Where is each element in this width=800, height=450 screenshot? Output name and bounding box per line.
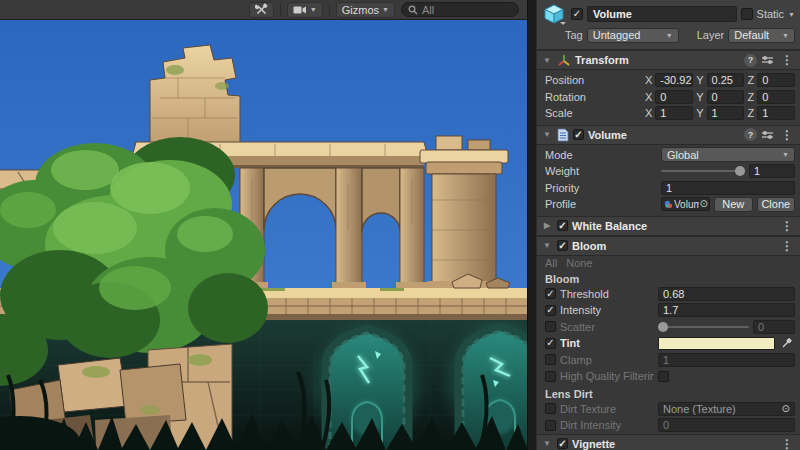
volume-enabled-checkbox[interactable]: ✓ <box>573 129 584 140</box>
threshold-field[interactable]: 0.68 <box>658 287 795 301</box>
toolbar-separator <box>329 3 330 17</box>
static-label: Static <box>757 8 785 20</box>
more-menu-icon[interactable]: ⋮ <box>778 53 796 67</box>
object-picker-icon[interactable]: ⊙ <box>700 199 708 209</box>
foldout-icon[interactable]: ▶ <box>541 221 553 230</box>
help-icon[interactable]: ? <box>744 128 757 141</box>
gizmos-dropdown[interactable]: Gizmos ▼ <box>336 2 395 18</box>
select-none-link[interactable]: None <box>566 257 592 269</box>
more-menu-icon[interactable]: ⋮ <box>778 239 796 253</box>
intensity-override-checkbox[interactable]: ✓ <box>545 305 556 316</box>
white-balance-header[interactable]: ▶ ✓ White Balance ⋮ <box>537 216 800 236</box>
gameobject-name-field[interactable]: Volume <box>587 6 737 22</box>
foldout-icon[interactable]: ▼ <box>541 130 553 139</box>
more-menu-icon[interactable]: ⋮ <box>778 437 796 450</box>
help-icon[interactable]: ? <box>744 54 757 67</box>
weight-field[interactable]: 1 <box>749 164 795 178</box>
scatter-slider[interactable] <box>658 320 749 334</box>
eyedropper-icon <box>782 338 792 348</box>
rotation-z-field[interactable]: 0 <box>757 90 795 104</box>
dirt-texture-label: Dirt Texture <box>560 403 654 415</box>
panel-divider[interactable] <box>527 0 537 450</box>
dirt-intensity-override-checkbox[interactable]: ✓ <box>545 420 556 431</box>
position-x-field[interactable]: -30.92 <box>655 73 693 87</box>
static-dropdown-arrow[interactable]: ▼ <box>788 11 795 18</box>
transform-title: Transform <box>575 54 629 66</box>
clamp-field[interactable]: 1 <box>658 353 795 367</box>
scene-search-input[interactable]: All <box>401 2 519 17</box>
transform-body: Position X -30.92 Y 0.25 Z 0 Rotation X … <box>537 70 800 125</box>
scene-view-canvas[interactable] <box>0 20 527 450</box>
profile-clone-button[interactable]: Clone <box>757 197 796 212</box>
axis-x-label: X <box>645 74 652 86</box>
rotation-x-field[interactable]: 0 <box>655 90 693 104</box>
presets-icon[interactable] <box>761 54 774 66</box>
threshold-override-checkbox[interactable]: ✓ <box>545 288 556 299</box>
eyedropper-button[interactable] <box>779 336 795 350</box>
more-menu-icon[interactable]: ⋮ <box>778 128 796 142</box>
hqf-override-checkbox[interactable]: ✓ <box>545 371 556 382</box>
gameobject-active-checkbox[interactable]: ✓ <box>571 8 583 20</box>
priority-row: Priority 1 <box>537 180 800 197</box>
priority-field[interactable]: 1 <box>661 181 795 195</box>
foldout-icon[interactable]: ▼ <box>541 439 553 448</box>
dirt-texture-value: None (Texture) <box>663 403 736 415</box>
intensity-field[interactable]: 1.7 <box>658 303 795 317</box>
wrench-hammer-icon <box>255 3 268 16</box>
axis-x-label: X <box>645 107 652 119</box>
position-z-field[interactable]: 0 <box>757 73 795 87</box>
profile-object-field[interactable]: Volume_Gl ⊙ <box>661 197 710 211</box>
white-balance-checkbox[interactable]: ✓ <box>557 220 568 231</box>
axis-y-label: Y <box>696 107 703 119</box>
scene-tools-button[interactable] <box>249 2 274 18</box>
gameobject-cube-icon[interactable] <box>543 3 567 25</box>
rotation-label: Rotation <box>545 91 641 103</box>
right-column-ruin <box>420 136 508 289</box>
vignette-checkbox[interactable]: ✓ <box>557 438 568 449</box>
bloom-section-label: Bloom <box>537 270 800 286</box>
scatter-override-checkbox[interactable]: ✓ <box>545 321 556 332</box>
scatter-row: ✓ Scatter 0 <box>537 319 800 336</box>
scatter-field[interactable]: 0 <box>753 320 795 334</box>
weight-slider[interactable] <box>661 164 745 178</box>
profile-new-button[interactable]: New <box>714 197 753 212</box>
white-balance-title: White Balance <box>572 220 647 232</box>
scale-y-field[interactable]: 1 <box>707 106 745 120</box>
dirt-texture-override-checkbox[interactable]: ✓ <box>545 403 556 414</box>
bloom-checkbox[interactable]: ✓ <box>557 240 568 251</box>
tag-value: Untagged <box>593 29 641 41</box>
dirt-texture-object-field[interactable]: None (Texture) ⊙ <box>658 402 795 416</box>
foldout-icon[interactable]: ▼ <box>541 241 553 250</box>
tint-override-checkbox[interactable]: ✓ <box>545 338 556 349</box>
volume-component-header[interactable]: ▼ ✓ Volume ? ⋮ <box>537 125 800 145</box>
more-menu-icon[interactable]: ⋮ <box>778 219 796 233</box>
scale-z-field[interactable]: 1 <box>757 106 795 120</box>
clamp-override-checkbox[interactable]: ✓ <box>545 354 556 365</box>
volume-profile-icon <box>664 200 673 209</box>
mode-dropdown[interactable]: Global ▼ <box>661 147 795 162</box>
presets-icon[interactable] <box>761 129 774 141</box>
bloom-title: Bloom <box>572 240 606 252</box>
static-checkbox[interactable]: ✓ <box>741 8 753 20</box>
dirt-intensity-field[interactable]: 0 <box>658 418 795 432</box>
tint-color-swatch[interactable] <box>658 337 775 350</box>
vignette-header[interactable]: ▼ ✓ Vignette ⋮ <box>537 434 800 450</box>
scene-camera-button[interactable]: ▼ <box>287 2 323 18</box>
object-picker-icon[interactable]: ⊙ <box>782 404 790 414</box>
gameobject-header: ✓ Volume ✓ Static ▼ Tag Untagged ▼ Layer… <box>537 0 800 50</box>
position-y-field[interactable]: 0.25 <box>707 73 745 87</box>
axis-z-label: Z <box>747 91 754 103</box>
foldout-icon[interactable]: ▼ <box>541 56 553 65</box>
position-label: Position <box>545 74 641 86</box>
select-all-link[interactable]: All <box>545 257 557 269</box>
hqf-value-checkbox[interactable]: ✓ <box>658 371 669 382</box>
profile-value: Volume_Gl <box>674 199 699 210</box>
rotation-y-field[interactable]: 0 <box>707 90 745 104</box>
mode-row: Mode Global ▼ <box>537 147 800 164</box>
layer-dropdown[interactable]: Default ▼ <box>728 28 795 43</box>
bloom-header[interactable]: ▼ ✓ Bloom ⋮ <box>537 236 800 256</box>
scale-x-field[interactable]: 1 <box>655 106 693 120</box>
tag-dropdown[interactable]: Untagged ▼ <box>587 28 679 43</box>
chevron-down-icon: ▼ <box>666 32 673 39</box>
transform-header[interactable]: ▼ Transform ? ⋮ <box>537 50 800 70</box>
